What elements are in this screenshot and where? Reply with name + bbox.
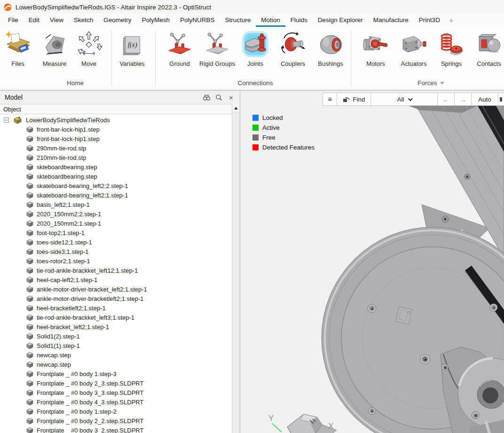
tool-contacts[interactable]: Contacts [470, 30, 504, 76]
tool-bushings[interactable]: Bushings [312, 30, 349, 76]
solid-body-cube-icon [26, 267, 33, 274]
tool-label: Variables [113, 60, 151, 67]
menu-item[interactable]: Motion [256, 14, 285, 27]
tree-item[interactable]: Solid1(2).step-1 [0, 331, 240, 341]
tool-label: Move [70, 60, 108, 67]
knee-part[interactable] [441, 347, 504, 433]
menu-item[interactable]: Design Explorer [313, 14, 368, 27]
tree-root-item[interactable]: LowerBodySimplifiedwTieRods [0, 115, 240, 125]
tree-item[interactable]: 2020_150mm2;1.step-1 [0, 219, 240, 228]
altair-inspire-logo-icon [4, 3, 12, 11]
ground-icon [166, 31, 193, 58]
previous-button[interactable]: ← [438, 93, 455, 105]
tree-item[interactable]: heel-bracketleft2;1.step-1 [0, 303, 240, 313]
tree-item[interactable]: 290mm-tie-rod.stp [0, 143, 240, 153]
tree-item-label: Frontplate _ #0 body 2_2.step.SLDPRT [37, 417, 143, 425]
toolbar-partial-button[interactable] [498, 93, 504, 105]
tool-ground[interactable]: Ground [161, 30, 198, 76]
tree-item-label: foot-top2;1.step-1 [37, 229, 85, 236]
legend-color-swatch [252, 144, 259, 150]
solid-body-cube-icon [26, 342, 33, 349]
tree-item-label: heel-bracket_left2;1.step-1 [37, 323, 109, 331]
menu-item[interactable]: View [45, 14, 69, 27]
tree-scrollbar[interactable] [232, 104, 240, 433]
tree-item-label: front-bar-lock-hip1.step [37, 126, 100, 133]
tree-item[interactable]: Frontplate _ #0 body 2_3.step.SLDPRT [0, 378, 240, 388]
square-marker [396, 307, 412, 324]
tree-item[interactable]: 2020_150mm2;2.step-1 [0, 209, 240, 219]
tree-item[interactable]: toes-side12;1.step-1 [0, 237, 240, 247]
solid-body-cube-icon [26, 258, 33, 265]
tree-item[interactable]: skteboardbearing.step [0, 162, 240, 172]
ribbon-group-forces[interactable]: Forces [417, 79, 444, 87]
solid-body-cube-icon [26, 323, 33, 331]
tool-springs[interactable]: Springs [433, 30, 470, 76]
tree-item[interactable]: skateboard-bearing_left2;1.step-1 [0, 190, 240, 200]
tool-motors[interactable]: Motors [357, 30, 394, 76]
tree-item[interactable]: 210mm-tie-rod.stp [0, 153, 240, 162]
add-tab-button[interactable]: + [445, 14, 457, 27]
tree-item[interactable]: Frontplate _ #0 body 4_3.step.SLDPRT [0, 397, 240, 407]
arrow-left-icon: ← [442, 95, 449, 103]
auto-button[interactable]: Auto [472, 93, 498, 105]
tree-item[interactable]: toes-rotor2;1.step-1 [0, 256, 240, 266]
tree-item[interactable]: skteboardbearing.step [0, 172, 240, 181]
tree-item[interactable]: skateboard-bearing_left2;2.step-1 [0, 181, 240, 190]
menu-item[interactable]: Geometry [98, 14, 136, 27]
menu-item[interactable]: Fluids [285, 14, 313, 27]
magnifier-icon[interactable] [215, 94, 223, 102]
tree-item-label: skteboardbearing.step [37, 173, 97, 180]
tool-files[interactable]: Files [0, 30, 37, 76]
tree-item[interactable]: Solid1(1).step-1 [0, 341, 240, 350]
tree-item[interactable]: Frontplate _ #0 body 2_2.step.SLDPRT [0, 416, 240, 425]
tree-item[interactable]: newcap.step [0, 350, 240, 360]
tree-item[interactable]: Frontplate _ #0 body 1.step-3 [0, 369, 240, 378]
tree-item[interactable]: ankle-motor-driver-bracketleft2;1.step-1 [0, 294, 240, 303]
tree-item[interactable]: tie-rod-ankle-brackket_left3;1.step-1 [0, 313, 240, 322]
tree-item[interactable]: heel-bracket_left2;1.step-1 [0, 322, 240, 331]
scroll-up-button[interactable] [232, 104, 240, 112]
menu-item[interactable]: Print3D [414, 14, 445, 27]
menu-item[interactable]: Structure [220, 14, 256, 27]
tool-measure[interactable]: Measure [36, 30, 73, 76]
menu-item[interactable]: Edit [24, 14, 45, 27]
binoculars-icon[interactable] [203, 94, 211, 102]
tree-item[interactable]: front-bar-lock-hip1.step [0, 134, 240, 143]
menu-item[interactable]: PolyNURBS [175, 14, 220, 27]
tree-item[interactable]: newcap.step [0, 360, 240, 369]
tool-actuators[interactable]: Actuators [395, 30, 433, 76]
tree-item-label: Frontplate _ #0 body 2_3.step.SLDPRT [37, 380, 143, 387]
viewport-3d[interactable]: Y X ≡ Find All [240, 91, 504, 433]
tree-item[interactable]: Frontplate _ #0 body 1.step-2 [0, 407, 240, 416]
tree-item[interactable]: Frontplate _ #0 body 3_2.step.SLDPRT [0, 425, 240, 433]
collapse-toggle-icon[interactable] [4, 118, 9, 123]
tree-item[interactable]: heel-cap-left2;1.step-1 [0, 275, 240, 284]
next-button[interactable]: → [455, 93, 472, 105]
menu-item[interactable]: PolyMesh [137, 14, 175, 27]
solid-body-cube-icon [26, 399, 33, 406]
tree-item[interactable]: basis_left2;1.step-1 [0, 200, 240, 209]
menu-item[interactable]: File [3, 14, 24, 27]
tree-item[interactable]: ankle-motor-driver-bracket_left2;1.step-… [0, 284, 240, 294]
tree-item-label: 2020_150mm2;1.step-1 [37, 220, 101, 227]
menu-item[interactable]: Manufacture [368, 14, 414, 27]
motors-icon [362, 31, 389, 58]
menu-item[interactable]: Sketch [69, 14, 98, 27]
tool-move[interactable]: Move [70, 30, 108, 76]
close-icon[interactable]: × [227, 94, 235, 102]
tool-rigid-groups[interactable]: Rigid Groups [198, 30, 236, 76]
tool-joints[interactable]: Joints [236, 30, 274, 76]
tree-item[interactable]: front-bar-lock-hip1.step [0, 125, 240, 134]
tool-variables[interactable]: f(x) Variables [113, 30, 151, 76]
svg-text:f(x): f(x) [128, 41, 137, 49]
find-scope-dropdown[interactable]: All [371, 93, 438, 105]
tree-item[interactable]: foot-top2;1.step-1 [0, 228, 240, 237]
tree-item[interactable]: toes-side3;1.step-1 [0, 247, 240, 256]
find-button[interactable]: Find [337, 93, 371, 105]
contacts-icon [475, 31, 503, 58]
toolbar-menu-button[interactable]: ≡ [323, 93, 337, 105]
tree-item[interactable]: Frontplate _ #0 body 3_3.step.SLDPRT [0, 388, 240, 397]
tool-couplers[interactable]: Couplers [274, 30, 312, 76]
screw-hole [420, 354, 430, 364]
tree-item[interactable]: tie-rod-ankle-brackket_left12;1.step-1 [0, 266, 240, 275]
